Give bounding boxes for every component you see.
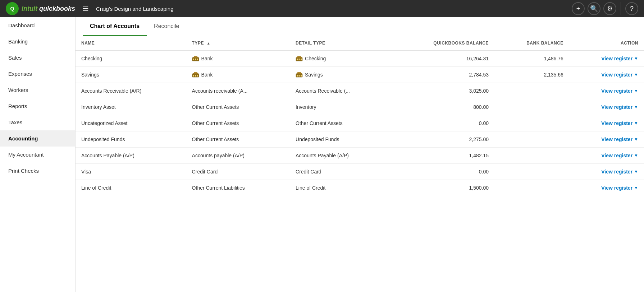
hamburger-icon[interactable]: ☰ <box>81 3 90 14</box>
sidebar-item-sales[interactable]: Sales <box>0 50 75 66</box>
dropdown-arrow-icon: ▼ <box>634 169 638 174</box>
cell-name: Checking <box>76 50 186 67</box>
cell-name: Accounts Receivable (A/R) <box>76 83 186 99</box>
svg-rect-18 <box>195 75 196 77</box>
view-register-button[interactable]: View register ▼ <box>575 72 638 78</box>
cell-qb-balance: 0.00 <box>391 164 494 180</box>
table-row: Accounts Payable (A/P) Accounts payable … <box>76 148 644 164</box>
sidebar: Dashboard Banking Sales Expenses Workers… <box>0 17 76 292</box>
cell-action: View register ▼ <box>569 99 644 115</box>
tab-reconcile[interactable]: Reconcile <box>147 17 186 36</box>
svg-rect-6 <box>195 59 196 60</box>
top-nav: Q intuit quickbooks ☰ Craig's Design and… <box>0 0 644 17</box>
help-button[interactable]: ? <box>625 2 638 15</box>
cell-action: View register ▼ <box>569 115 644 131</box>
dropdown-arrow-icon: ▼ <box>634 185 638 190</box>
cell-qb-balance: 0.00 <box>391 115 494 131</box>
svg-rect-25 <box>301 75 302 77</box>
dropdown-arrow-icon: ▼ <box>634 137 638 142</box>
add-button[interactable]: + <box>572 2 585 15</box>
sort-asc-icon: ▲ <box>207 41 210 45</box>
svg-rect-16 <box>194 72 197 73</box>
sidebar-item-reports[interactable]: Reports <box>0 98 75 114</box>
view-register-button[interactable]: View register ▼ <box>575 153 638 158</box>
dropdown-arrow-icon: ▼ <box>634 121 638 126</box>
table-row: Inventory Asset Other Current Assets Inv… <box>76 99 644 115</box>
accounts-table: NAME TYPE ▲ DETAIL TYPE QUICKBOOKS BALAN… <box>76 36 644 196</box>
col-type[interactable]: TYPE ▲ <box>186 36 290 50</box>
sidebar-item-workers[interactable]: Workers <box>0 82 75 98</box>
cell-action: View register ▼ <box>569 83 644 99</box>
cell-bank-balance <box>494 115 569 131</box>
sidebar-item-print-checks[interactable]: Print Checks <box>0 163 75 179</box>
qb-logo-text: intuit quickbooks <box>22 5 75 13</box>
view-register-button[interactable]: View register ▼ <box>575 136 638 142</box>
table-row: Uncategorized Asset Other Current Assets… <box>76 115 644 131</box>
cell-name: Accounts Payable (A/P) <box>76 148 186 164</box>
nav-divider <box>621 2 621 15</box>
cell-bank-balance <box>494 148 569 164</box>
cell-type: Other Current Assets <box>186 99 290 115</box>
svg-rect-23 <box>297 75 298 77</box>
cell-bank-balance <box>494 99 569 115</box>
cell-type: Other Current Assets <box>186 131 290 148</box>
cell-type: Other Current Assets <box>186 115 290 131</box>
cell-bank-balance <box>494 180 569 196</box>
view-register-button[interactable]: View register ▼ <box>575 120 638 126</box>
view-register-button[interactable]: View register ▼ <box>575 185 638 191</box>
cell-bank-balance: 2,135.66 <box>494 67 569 83</box>
cell-action: View register ▼ <box>569 180 644 196</box>
sidebar-item-banking[interactable]: Banking <box>0 33 75 50</box>
content-area: Chart of Accounts Reconcile NAME TYPE ▲ … <box>76 17 644 292</box>
svg-rect-7 <box>197 59 198 60</box>
cell-bank-balance <box>494 131 569 148</box>
cell-name: Visa <box>76 164 186 180</box>
svg-rect-17 <box>193 75 194 77</box>
cell-type: Credit Card <box>186 164 290 180</box>
cell-qb-balance: 2,784.53 <box>391 67 494 83</box>
cell-qb-balance: 3,025.00 <box>391 83 494 99</box>
svg-rect-4 <box>194 56 197 57</box>
main-layout: Dashboard Banking Sales Expenses Workers… <box>0 17 644 292</box>
table-header-row: NAME TYPE ▲ DETAIL TYPE QUICKBOOKS BALAN… <box>76 36 644 50</box>
cell-action: View register ▼ <box>569 164 644 180</box>
sidebar-item-my-accountant[interactable]: My Accountant <box>0 147 75 163</box>
cell-detail-type: Inventory <box>290 99 391 115</box>
qb-logo: Q intuit quickbooks <box>6 2 75 15</box>
cell-name: Savings <box>76 67 186 83</box>
svg-rect-12 <box>299 59 300 60</box>
cell-action: View register ▼ <box>569 148 644 164</box>
view-register-button[interactable]: View register ▼ <box>575 104 638 110</box>
cell-name: Uncategorized Asset <box>76 115 186 131</box>
col-action: ACTION <box>569 36 644 50</box>
cell-bank-balance <box>494 164 569 180</box>
sidebar-item-accounting[interactable]: Accounting <box>0 130 75 147</box>
sidebar-item-dashboard[interactable]: Dashboard <box>0 17 75 33</box>
cell-bank-balance: 1,486.76 <box>494 50 569 67</box>
view-register-button[interactable]: View register ▼ <box>575 88 638 94</box>
tab-chart-of-accounts[interactable]: Chart of Accounts <box>83 17 147 36</box>
table-row: Accounts Receivable (A/R) Accounts recei… <box>76 83 644 99</box>
search-button[interactable]: 🔍 <box>588 2 600 15</box>
svg-rect-5 <box>193 59 194 60</box>
cell-qb-balance: 16,264.31 <box>391 50 494 67</box>
col-qb-balance: QUICKBOOKS BALANCE <box>391 36 494 50</box>
nav-icons: + 🔍 ⚙ ? <box>572 2 638 15</box>
settings-button[interactable]: ⚙ <box>603 2 616 15</box>
col-name: NAME <box>76 36 186 50</box>
svg-rect-11 <box>297 59 298 60</box>
view-register-button[interactable]: View register ▼ <box>575 56 638 61</box>
svg-text:Q: Q <box>10 6 14 11</box>
company-name: Craig's Design and Landscaping <box>96 6 566 12</box>
cell-qb-balance: 1,500.00 <box>391 180 494 196</box>
dropdown-arrow-icon: ▼ <box>634 153 638 158</box>
sidebar-item-taxes[interactable]: Taxes <box>0 114 75 130</box>
cell-type: Bank <box>186 67 290 83</box>
col-bank-balance: BANK BALANCE <box>494 36 569 50</box>
sidebar-item-expenses[interactable]: Expenses <box>0 66 75 82</box>
svg-rect-19 <box>197 75 198 77</box>
cell-type: Accounts payable (A/P) <box>186 148 290 164</box>
col-detail-type: DETAIL TYPE <box>290 36 391 50</box>
cell-action: View register ▼ <box>569 131 644 148</box>
view-register-button[interactable]: View register ▼ <box>575 169 638 175</box>
